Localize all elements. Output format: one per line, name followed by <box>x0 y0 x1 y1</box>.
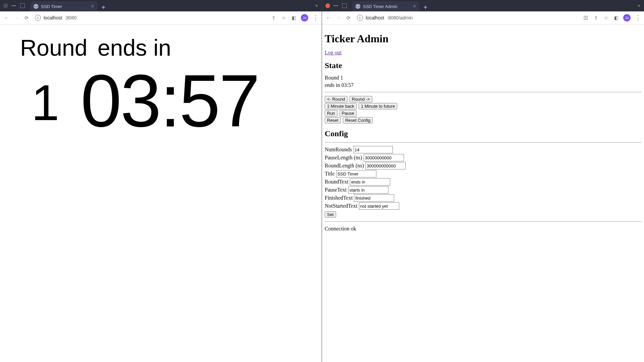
titlebar-right: SSD Timer Admin × + ▾ <box>322 0 644 11</box>
reload-icon[interactable]: ⟳ <box>346 15 352 21</box>
address-bar[interactable]: i localhost:8080/admin <box>356 13 579 22</box>
tab-title: SSD Timer <box>41 4 62 9</box>
window-minimize-icon[interactable] <box>11 5 16 6</box>
reset-button[interactable]: Reset <box>325 117 341 123</box>
tab-search-icon[interactable]: ▾ <box>638 3 640 8</box>
close-icon[interactable]: × <box>413 4 416 9</box>
round-label: Round <box>20 35 87 61</box>
roundlength-label: RoundLength (ns) <box>325 163 364 169</box>
window-maximize-icon[interactable] <box>342 3 347 8</box>
run-button[interactable]: Run <box>325 110 337 116</box>
divider <box>325 92 641 92</box>
url-path: :8080/admin <box>387 15 413 20</box>
profile-avatar[interactable]: Jo <box>301 14 308 21</box>
roundlength-input[interactable] <box>365 162 406 169</box>
url-host: localhost <box>366 15 384 20</box>
site-info-icon[interactable]: i <box>357 15 363 21</box>
roundtext-input[interactable] <box>350 178 390 186</box>
reload-icon[interactable]: ⟳ <box>24 15 30 21</box>
browser-window-left: SSD Timer × + ▾ ← → ⟳ i localhost:8080 ⇪… <box>0 0 322 362</box>
back-icon[interactable]: ← <box>325 15 331 21</box>
site-info-icon[interactable]: i <box>35 15 41 21</box>
finishedtext-label: FinishedText <box>325 195 353 201</box>
tab-search-icon[interactable]: ▾ <box>316 3 318 8</box>
bookmark-icon[interactable]: ☆ <box>281 15 287 21</box>
round-number: 1 <box>20 64 71 128</box>
pauselength-label: PauseLength (ns) <box>325 155 362 161</box>
close-icon[interactable]: × <box>91 4 94 9</box>
window-maximize-icon[interactable] <box>20 3 25 8</box>
timer-value: 03:57 <box>81 64 259 138</box>
urlbar-left: ← → ⟳ i localhost:8080 ⇪ ☆ ◧ Jo ⋮ <box>0 11 322 24</box>
title-input[interactable] <box>336 170 376 177</box>
tab-title: SSD Timer Admin <box>363 4 398 9</box>
pauselength-input[interactable] <box>364 154 404 161</box>
globe-icon <box>34 4 38 9</box>
title-label: Title <box>325 171 335 177</box>
browser-tab[interactable]: SSD Timer × <box>30 1 97 11</box>
notstartedtext-input[interactable] <box>359 202 399 210</box>
reset-config-button[interactable]: Reset Config <box>343 117 373 123</box>
urlbar-right: ← → ⟳ i localhost:8080/admin ⚿ ⇪ ☆ ◧ Jo … <box>322 11 644 24</box>
pause-button[interactable]: Pause <box>339 110 357 116</box>
numrounds-label: NumRounds <box>325 147 352 153</box>
menu-icon[interactable]: ⋮ <box>635 15 641 21</box>
share-icon[interactable]: ⇪ <box>593 15 599 21</box>
page-title: Ticker Admin <box>325 33 641 45</box>
timer-page: Round ends in 1 03:57 <box>0 24 322 362</box>
new-tab-button[interactable]: + <box>421 3 429 11</box>
minute-back-button[interactable]: 1 Minute back <box>325 103 357 109</box>
password-key-icon[interactable]: ⚿ <box>583 15 589 21</box>
profile-avatar[interactable]: Jo <box>623 14 631 21</box>
round-forward-button[interactable]: Round -> <box>350 96 372 102</box>
side-panel-icon[interactable]: ◧ <box>613 15 619 21</box>
finishedtext-input[interactable] <box>354 194 394 202</box>
side-panel-icon[interactable]: ◧ <box>291 15 297 21</box>
new-tab-button[interactable]: + <box>99 3 107 11</box>
divider <box>325 142 641 143</box>
browser-window-right: SSD Timer Admin × + ▾ ← → ⟳ i localhost:… <box>322 0 644 362</box>
address-bar[interactable]: i localhost:8080 <box>34 13 267 22</box>
url-host: localhost <box>44 15 62 20</box>
window-minimize-icon[interactable] <box>333 5 338 6</box>
admin-page: Ticker Admin Log out State Round 1 ends … <box>322 24 644 362</box>
forward-icon[interactable]: → <box>13 15 19 21</box>
pausetext-label: PauseText <box>325 187 347 193</box>
status-label: ends in <box>97 35 171 61</box>
window-close-icon[interactable] <box>325 3 330 8</box>
logout-link[interactable]: Log out <box>325 50 341 55</box>
pausetext-input[interactable] <box>348 186 388 194</box>
menu-icon[interactable]: ⋮ <box>312 15 318 21</box>
back-icon[interactable]: ← <box>3 15 9 21</box>
notstartedtext-label: NotStartedText <box>325 203 358 209</box>
browser-tab[interactable]: SSD Timer Admin × <box>352 1 419 11</box>
set-button[interactable]: Set <box>325 211 336 218</box>
minute-forward-button[interactable]: 1 Minute to future <box>359 103 397 109</box>
url-path: :8080 <box>65 15 77 20</box>
state-round: Round 1 <box>325 74 641 82</box>
state-heading: State <box>325 61 641 70</box>
roundtext-label: RoundText <box>325 179 349 185</box>
share-icon[interactable]: ⇪ <box>271 15 277 21</box>
titlebar-left: SSD Timer × + ▾ <box>0 0 322 11</box>
bookmark-icon[interactable]: ☆ <box>603 15 609 21</box>
forward-icon[interactable]: → <box>335 15 341 21</box>
round-back-button[interactable]: <- Round <box>325 96 348 102</box>
state-ends: ends in 03:57 <box>325 82 641 89</box>
divider <box>325 221 641 222</box>
globe-icon <box>356 4 360 9</box>
connection-status: Connection ok <box>325 225 641 232</box>
numrounds-input[interactable] <box>353 146 393 153</box>
config-heading: Config <box>325 129 641 138</box>
window-close-icon[interactable] <box>3 3 8 8</box>
